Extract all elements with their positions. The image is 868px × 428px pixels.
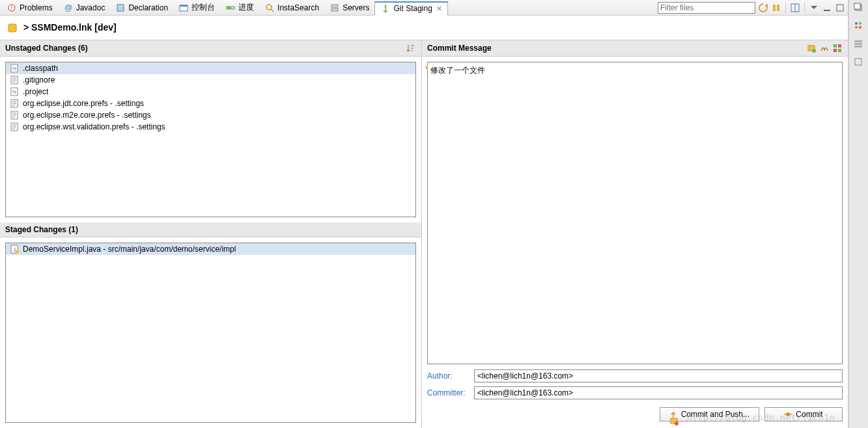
- commit-msg-title: Commit Message: [427, 44, 492, 53]
- commit-message-input[interactable]: 修改了一个文件: [427, 62, 843, 364]
- list-item[interactable]: JDemoServiceImpl.java - src/main/java/co…: [6, 243, 415, 255]
- close-icon[interactable]: ✕: [436, 5, 442, 13]
- unstaged-title: Unstaged Changes (6): [5, 44, 88, 53]
- tab-problems[interactable]: !Problems: [1, 1, 58, 15]
- compare-icon[interactable]: [771, 3, 781, 13]
- at-icon: @: [63, 3, 74, 13]
- list-item[interactable]: org.eclipse.m2e.core.prefs - .settings: [6, 109, 415, 121]
- svg-rect-58: [854, 3, 860, 9]
- tab-instasearch[interactable]: InstaSearch: [259, 1, 324, 15]
- tab-bar: !Problems@JavadocDeclaration控制台进度InstaSe…: [0, 0, 848, 16]
- svg-rect-49: [838, 44, 841, 47]
- staged-list[interactable]: JDemoServiceImpl.java - src/main/java/co…: [5, 243, 416, 423]
- svg-rect-65: [854, 46, 862, 47]
- staged-title: Staged Changes (1): [5, 225, 78, 234]
- svg-point-59: [855, 22, 858, 25]
- signoff-icon[interactable]: [819, 43, 830, 53]
- svg-text:%: %: [12, 66, 16, 71]
- svg-point-62: [859, 26, 861, 29]
- tab-label: InstaSearch: [277, 3, 319, 12]
- svg-point-12: [385, 6, 387, 8]
- svg-point-56: [675, 421, 679, 425]
- minimize-icon[interactable]: [822, 3, 832, 13]
- tab-label: Servers: [343, 3, 369, 12]
- amend-icon[interactable]: [806, 43, 817, 53]
- maximize-icon[interactable]: [835, 3, 845, 13]
- repository-header: > SSMDemo.lnk [dev]: [0, 16, 848, 40]
- refresh-icon[interactable]: [758, 3, 768, 13]
- outline-icon[interactable]: [854, 21, 864, 31]
- progress-icon: [225, 3, 236, 13]
- git-icon: [380, 3, 391, 14]
- props-icon[interactable]: [854, 57, 864, 68]
- tab-label: Git Staging: [393, 4, 432, 13]
- separator: [785, 3, 786, 13]
- svg-point-47: [812, 49, 816, 53]
- author-input[interactable]: [474, 369, 843, 382]
- commit-message-text: 修改了一个文件: [430, 66, 485, 75]
- search-icon: [264, 3, 275, 13]
- author-label: Author:: [427, 371, 474, 381]
- svg-line-9: [271, 9, 273, 12]
- layout-icon[interactable]: [790, 3, 800, 13]
- svg-rect-13: [773, 5, 776, 11]
- svg-rect-64: [854, 43, 862, 45]
- right-trim-bar: [848, 0, 868, 428]
- tab-label: Problems: [20, 3, 53, 12]
- tasklist-icon[interactable]: [854, 39, 864, 49]
- problem-icon: !: [7, 3, 17, 13]
- file-icon: %: [10, 64, 19, 73]
- commit-icon: [784, 410, 792, 418]
- file-label: org.eclipse.jdt.core.prefs - .settings: [23, 99, 144, 108]
- file-label: org.eclipse.m2e.core.prefs - .settings: [23, 111, 151, 120]
- servers-icon: [329, 3, 340, 13]
- tab-servers[interactable]: Servers: [324, 1, 374, 15]
- changeid-icon[interactable]: [832, 43, 843, 53]
- file-icon: J: [10, 245, 19, 254]
- svg-rect-3: [117, 5, 124, 11]
- svg-point-8: [266, 5, 272, 10]
- file-icon: [10, 75, 19, 85]
- list-item[interactable]: org.eclipse.jdt.core.prefs - .settings: [6, 98, 415, 109]
- list-item[interactable]: org.eclipse.wst.validation.prefs - .sett…: [6, 121, 415, 133]
- list-item[interactable]: %.project: [6, 86, 415, 98]
- svg-text:!: !: [11, 5, 13, 11]
- repo-prefix: >: [23, 22, 29, 33]
- svg-rect-48: [833, 44, 837, 47]
- committer-input[interactable]: [474, 386, 843, 399]
- svg-rect-63: [854, 40, 862, 42]
- svg-rect-7: [227, 7, 231, 9]
- unstaged-list[interactable]: %.classpath.gitignore%.projectorg.eclips…: [5, 62, 416, 217]
- commit-button[interactable]: Commit: [764, 407, 843, 421]
- tab-git-staging[interactable]: Git Staging✕: [374, 1, 447, 16]
- repo-branch: [dev]: [94, 22, 116, 33]
- tab-进度[interactable]: 进度: [220, 1, 259, 15]
- committer-label: Committer:: [427, 388, 474, 397]
- file-label: .project: [23, 87, 48, 96]
- commit-label: Commit: [796, 410, 822, 419]
- svg-point-45: [15, 250, 19, 254]
- tab-控制台[interactable]: 控制台: [173, 1, 220, 15]
- sort-icon[interactable]: [406, 43, 416, 53]
- svg-rect-50: [833, 49, 837, 52]
- list-item[interactable]: %.classpath: [6, 62, 415, 74]
- console-icon: [178, 3, 189, 13]
- separator: [804, 3, 805, 13]
- file-icon: %: [10, 87, 19, 96]
- file-label: DemoServiceImpl.java - src/main/java/com…: [23, 245, 236, 254]
- tab-declaration[interactable]: Declaration: [110, 1, 173, 15]
- file-icon: [10, 111, 19, 120]
- svg-text:%: %: [12, 90, 16, 94]
- svg-rect-18: [837, 5, 843, 11]
- tab-label: 进度: [238, 2, 254, 13]
- notification-icon[interactable]: [669, 416, 679, 425]
- filter-files-input[interactable]: [658, 2, 755, 14]
- file-icon: [10, 122, 19, 131]
- restore-icon[interactable]: [854, 3, 864, 13]
- staged-header: Staged Changes (1): [0, 222, 421, 237]
- view-menu-icon[interactable]: [809, 3, 819, 13]
- commit-push-label: Commit and Push...: [681, 410, 749, 419]
- tab-javadoc[interactable]: @Javadoc: [58, 1, 111, 15]
- list-item[interactable]: .gitignore: [6, 74, 415, 86]
- decl-icon: [115, 3, 126, 13]
